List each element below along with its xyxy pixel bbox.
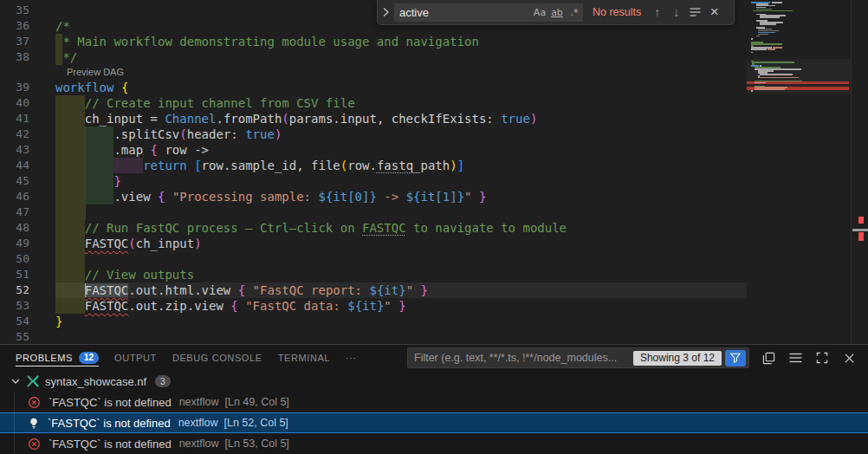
line-number: 55 bbox=[0, 329, 55, 344]
code-token: ch_input bbox=[136, 237, 194, 250]
code-token: */ bbox=[55, 50, 77, 64]
code-token bbox=[413, 283, 420, 297]
find-next-button[interactable]: ↓ bbox=[668, 5, 684, 19]
nextflow-logo-icon bbox=[26, 374, 40, 388]
minimap-code-bar bbox=[751, 52, 753, 54]
panel-tab-[interactable]: ··· bbox=[338, 345, 365, 371]
problem-row[interactable]: `FASTQC` is not definednextflow[Ln 49, C… bbox=[0, 392, 868, 412]
code-token: to navigate to module bbox=[406, 221, 567, 235]
code-token: Channel bbox=[165, 112, 216, 126]
tab-label: TERMINAL bbox=[278, 353, 330, 363]
code-line[interactable]: .map { row -> bbox=[55, 142, 209, 158]
code-token: { bbox=[121, 81, 128, 94]
ruler-error-mark bbox=[858, 217, 864, 224]
code-token: ) bbox=[275, 127, 282, 141]
minimap-code-bar bbox=[753, 10, 793, 12]
match-case-icon[interactable]: Aa bbox=[531, 7, 548, 18]
minimap-code-bar bbox=[751, 49, 767, 50]
code-line[interactable]: // View outputs bbox=[55, 267, 194, 282]
error-token: FASTQC bbox=[85, 299, 129, 313]
code-token: params.input, checkIfExists: bbox=[289, 112, 501, 126]
code-line[interactable]: /* bbox=[55, 18, 70, 34]
code-token: true bbox=[245, 127, 275, 141]
find-query-text[interactable]: active bbox=[399, 6, 531, 19]
code-line[interactable]: .splitCsv(header: true) bbox=[55, 126, 282, 142]
collapse-all-icon[interactable] bbox=[761, 350, 776, 366]
panel-toolbar: Filter (e.g. text, **/*.ts, !**/node_mod… bbox=[407, 347, 868, 368]
line-number: 48 bbox=[0, 220, 55, 236]
chevron-down-icon[interactable] bbox=[9, 374, 23, 388]
find-result-count: No results bbox=[593, 6, 641, 18]
code-token: { bbox=[238, 283, 245, 297]
code-line[interactable]: ch_input = Channel.fromPath(params.input… bbox=[55, 111, 537, 126]
code-token: ] bbox=[457, 159, 464, 172]
problem-row[interactable]: `FASTQC` is not definednextflow[Ln 52, C… bbox=[0, 412, 868, 433]
code-line[interactable]: * Main workflow demonstrating module usa… bbox=[55, 34, 479, 49]
find-previous-button[interactable]: ↑ bbox=[649, 5, 665, 19]
code-line[interactable]: } bbox=[55, 173, 121, 189]
find-input[interactable]: active Aa ab .* bbox=[394, 3, 583, 22]
code-token: ${it} bbox=[369, 283, 405, 297]
problem-row[interactable]: `FASTQC` is not definednextflow[Ln 53, C… bbox=[0, 433, 868, 454]
maximize-panel-icon[interactable] bbox=[814, 350, 830, 366]
vscode-window: { "colors": { "editor_bg": "#1f1f1f", "p… bbox=[0, 0, 868, 454]
indent-guide bbox=[85, 204, 86, 220]
find-in-selection-icon[interactable] bbox=[687, 4, 703, 20]
minimap-code-bar bbox=[755, 88, 785, 90]
problems-filter-input[interactable]: Filter (e.g. text, **/*.ts, !**/node_mod… bbox=[407, 347, 749, 368]
minimap[interactable] bbox=[747, 0, 851, 344]
regex-icon[interactable]: .* bbox=[566, 7, 583, 18]
panel-tab-output[interactable]: OUTPUT bbox=[107, 345, 165, 371]
line-number: 37 bbox=[0, 34, 55, 49]
text-cursor bbox=[85, 283, 87, 297]
line-number: 53 bbox=[0, 298, 55, 314]
code-token: header: bbox=[187, 127, 245, 141]
code-token bbox=[55, 283, 85, 297]
code-token: ( bbox=[340, 159, 347, 172]
code-token: "Processing sample: bbox=[172, 190, 319, 204]
code-line[interactable]: } bbox=[55, 314, 62, 329]
close-panel-icon[interactable] bbox=[841, 350, 857, 366]
code-line[interactable]: // Run FastQC process – Ctrl–click on FA… bbox=[55, 220, 567, 236]
minimap-code-bar bbox=[756, 36, 760, 37]
code-token: ${it} bbox=[347, 299, 384, 313]
view-as-table-icon[interactable] bbox=[787, 350, 803, 366]
code-token: -> bbox=[377, 190, 406, 204]
tab-label: ··· bbox=[346, 353, 357, 363]
line-number: 46 bbox=[0, 189, 55, 204]
code-line[interactable]: FASTQC.out.zip.view { "FastQC data: ${it… bbox=[55, 298, 406, 314]
code-line[interactable]: workflow { bbox=[55, 80, 128, 95]
filter-funnel-icon[interactable] bbox=[725, 350, 746, 366]
code-token bbox=[55, 237, 85, 250]
code-line[interactable]: .view { "Processing sample: ${it[0]} -> … bbox=[55, 189, 486, 204]
toggle-replace-chevron-icon[interactable] bbox=[379, 3, 392, 22]
problems-file-group[interactable]: syntax_showcase.nf 3 bbox=[0, 371, 868, 392]
lightbulb-icon bbox=[28, 417, 40, 430]
find-close-icon[interactable]: × bbox=[706, 3, 722, 21]
tab-label: DEBUG CONSOLE bbox=[172, 353, 262, 363]
overview-ruler bbox=[851, 0, 868, 344]
code-line[interactable]: FASTQC(ch_input) bbox=[55, 236, 202, 251]
code-line[interactable]: return [row.sample_id, file(row.fastq_pa… bbox=[55, 158, 464, 173]
codelens-preview-dag[interactable]: Preview DAG bbox=[67, 65, 124, 79]
code-token bbox=[55, 174, 113, 188]
minimap-code-bar bbox=[768, 49, 775, 50]
panel-tab-terminal[interactable]: TERMINAL bbox=[270, 345, 338, 371]
whole-word-icon[interactable]: ab bbox=[548, 7, 566, 18]
panel-tab-debug-console[interactable]: DEBUG CONSOLE bbox=[165, 345, 270, 371]
line-number: 39 bbox=[0, 80, 55, 95]
panel-tab-problems[interactable]: PROBLEMS12 bbox=[8, 345, 107, 371]
code-token: ( bbox=[179, 127, 186, 141]
code-line[interactable]: FASTQC.out.html.view { "FastQC report: $… bbox=[55, 282, 428, 298]
problems-list: `FASTQC` is not definednextflow[Ln 49, C… bbox=[0, 392, 868, 454]
file-group-count-badge: 3 bbox=[155, 375, 171, 387]
code-token: // Run FastQC process – Ctrl–click on bbox=[85, 221, 362, 235]
minimap-code-bar bbox=[760, 23, 776, 25]
line-number: 35 bbox=[0, 3, 55, 18]
code-editor[interactable]: 3536/*37 * Main workflow demonstrating m… bbox=[0, 0, 868, 344]
minimap-code-bar bbox=[772, 2, 782, 3]
code-token bbox=[472, 190, 479, 204]
code-line[interactable]: */ bbox=[55, 49, 77, 65]
line-number: 43 bbox=[0, 142, 55, 158]
code-line[interactable]: // Create input channel from CSV file bbox=[55, 95, 355, 111]
